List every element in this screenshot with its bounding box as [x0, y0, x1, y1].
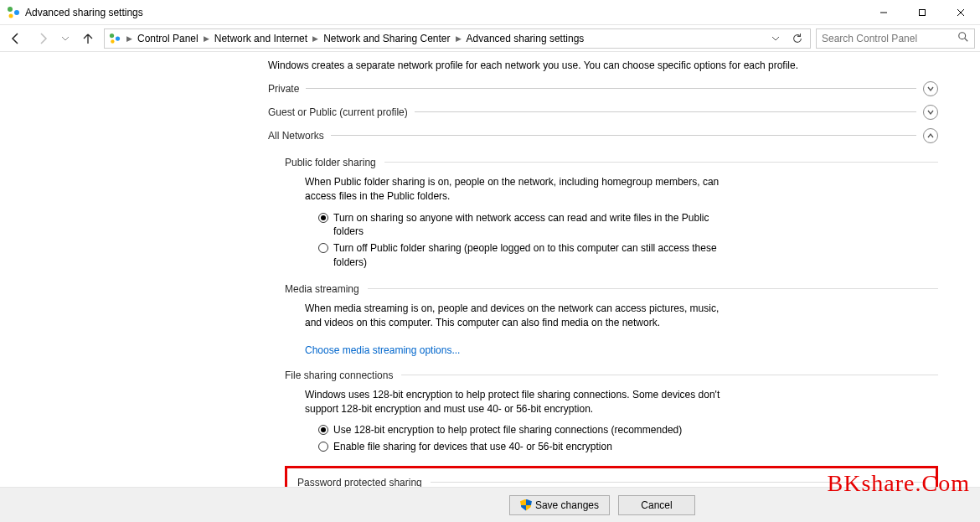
svg-line-11 [965, 39, 968, 42]
chevron-right-icon[interactable]: ▶ [125, 34, 134, 43]
section-title: File sharing connections [285, 370, 393, 381]
address-dropdown-button[interactable] [766, 29, 785, 48]
radio-public-sharing-on[interactable]: Turn on sharing so anyone with network a… [318, 211, 720, 240]
breadcrumb-network-internet[interactable]: Network and Internet [214, 33, 307, 44]
refresh-button[interactable] [788, 29, 807, 48]
file-sharing-connections-header: File sharing connections [285, 370, 938, 381]
content-scroll[interactable]: Windows creates a separate network profi… [0, 52, 980, 487]
chevron-right-icon[interactable]: ▶ [311, 34, 320, 43]
all-networks-section: Public folder sharing When Public folder… [285, 157, 938, 487]
radio-icon[interactable] [318, 213, 328, 223]
radio-icon[interactable] [318, 442, 328, 452]
cancel-button[interactable]: Cancel [618, 495, 695, 515]
search-box[interactable] [816, 28, 975, 49]
chevron-down-icon[interactable] [923, 105, 938, 120]
chevron-down-icon[interactable] [923, 81, 938, 96]
svg-point-8 [116, 36, 120, 40]
intro-text: Windows creates a separate network profi… [268, 59, 938, 73]
titlebar: Advanced sharing settings [0, 0, 980, 25]
public-folder-sharing-options: Turn on sharing so anyone with network a… [318, 211, 938, 270]
close-button[interactable] [941, 0, 980, 25]
section-title: Media streaming [285, 283, 359, 295]
maximize-button[interactable] [903, 0, 941, 25]
window-title: Advanced sharing settings [25, 7, 143, 18]
profile-all-label: All Networks [268, 130, 324, 142]
public-folder-sharing-header: Public folder sharing [285, 157, 938, 168]
svg-point-7 [110, 33, 114, 37]
media-streaming-desc: When media streaming is on, people and d… [305, 302, 724, 331]
minimize-button[interactable] [864, 0, 903, 25]
file-sharing-connections-options: Use 128-bit encryption to help protect f… [318, 423, 938, 454]
profile-private-header[interactable]: Private [268, 81, 938, 96]
save-changes-button[interactable]: Save changes [509, 495, 610, 515]
up-button[interactable] [77, 28, 99, 49]
svg-point-10 [959, 33, 966, 39]
search-icon[interactable] [957, 31, 971, 45]
public-folder-sharing-desc: When Public folder sharing is on, people… [305, 175, 724, 204]
profile-private-label: Private [268, 83, 299, 95]
forward-button[interactable] [32, 28, 54, 49]
radio-128bit-encryption[interactable]: Use 128-bit encryption to help protect f… [318, 423, 720, 437]
svg-point-9 [111, 39, 114, 43]
radio-icon[interactable] [318, 425, 328, 435]
network-sharing-icon [7, 6, 20, 19]
chevron-right-icon[interactable]: ▶ [454, 34, 463, 43]
address-bar[interactable]: ▶ Control Panel ▶ Network and Internet ▶… [104, 28, 811, 49]
profile-guest-header[interactable]: Guest or Public (current profile) [268, 105, 938, 120]
radio-public-sharing-off[interactable]: Turn off Public folder sharing (people l… [318, 241, 720, 270]
svg-point-0 [8, 7, 13, 12]
footer: Save changes Cancel [0, 487, 980, 522]
file-sharing-connections-desc: Windows uses 128-bit encryption to help … [305, 388, 724, 417]
section-title: Password protected sharing [297, 477, 422, 487]
chevron-right-icon[interactable]: ▶ [202, 34, 211, 43]
password-protected-sharing-header: Password protected sharing [297, 477, 926, 487]
shield-icon [520, 499, 532, 511]
breadcrumb-sharing-center[interactable]: Network and Sharing Center [323, 33, 450, 44]
chevron-up-icon[interactable] [923, 128, 938, 143]
breadcrumb-control-panel[interactable]: Control Panel [137, 33, 199, 44]
network-sharing-icon [108, 32, 121, 45]
profile-all-networks-header[interactable]: All Networks [268, 128, 938, 143]
media-streaming-header: Media streaming [285, 283, 938, 295]
recent-locations-dropdown[interactable] [59, 28, 72, 49]
radio-4056bit-encryption[interactable]: Enable file sharing for devices that use… [318, 440, 720, 454]
svg-point-1 [14, 10, 19, 15]
media-streaming-options-link[interactable]: Choose media streaming options... [305, 344, 460, 356]
profile-guest-label: Guest or Public (current profile) [268, 106, 408, 118]
radio-icon[interactable] [318, 243, 328, 253]
back-button[interactable] [5, 28, 27, 49]
password-protected-sharing-highlight: Password protected sharing When password… [285, 466, 938, 487]
section-title: Public folder sharing [285, 157, 376, 168]
search-input[interactable] [820, 32, 954, 45]
svg-point-2 [9, 13, 13, 18]
svg-rect-4 [920, 9, 926, 15]
navbar: ▶ Control Panel ▶ Network and Internet ▶… [0, 25, 980, 52]
breadcrumb-advanced-sharing[interactable]: Advanced sharing settings [467, 33, 585, 44]
